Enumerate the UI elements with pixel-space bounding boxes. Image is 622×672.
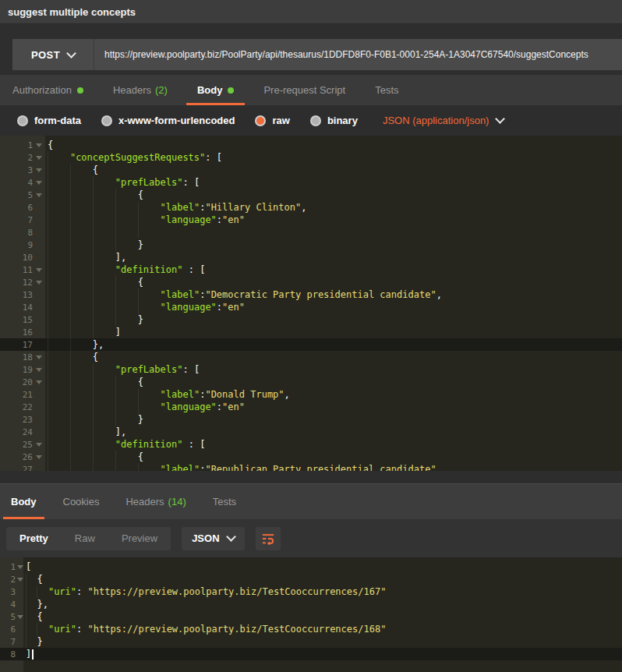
editor-gutter: 19 xyxy=(0,363,45,376)
fold-caret-icon[interactable] xyxy=(36,368,42,372)
content-type-dropdown[interactable]: JSON (application/json) xyxy=(383,115,504,126)
fold-caret-icon[interactable] xyxy=(36,156,42,160)
indent-guides xyxy=(48,463,161,471)
indent-guides xyxy=(48,276,138,288)
view-mode-preview[interactable]: Preview xyxy=(108,527,171,550)
tab-body[interactable]: Body xyxy=(186,75,246,105)
editor-gutter: 24 xyxy=(0,426,45,438)
tab-pre-request-script[interactable]: Pre-request Script xyxy=(253,75,356,105)
indent-guides xyxy=(48,189,138,201)
json-punctuation: , xyxy=(436,289,442,300)
indent-guides xyxy=(48,239,138,251)
code-text: }, xyxy=(45,338,104,351)
fold-caret-icon[interactable] xyxy=(17,615,23,619)
json-key: "prefLabels" xyxy=(115,364,183,375)
code-text: "prefLabels": [ xyxy=(45,363,200,376)
json-punctuation: : [ xyxy=(205,152,222,163)
fold-caret-icon[interactable] xyxy=(36,380,42,384)
body-mode-form-data[interactable]: form-data xyxy=(17,115,81,126)
radio-icon xyxy=(101,115,112,126)
code-line: 26{ xyxy=(0,451,622,463)
tab-cookies[interactable]: Cookies xyxy=(55,484,108,519)
code-text: } xyxy=(45,313,143,326)
url-input[interactable]: https://preview.poolparty.biz/PoolParty/… xyxy=(94,39,622,70)
word-wrap-icon xyxy=(261,532,275,545)
json-string: "en" xyxy=(222,302,245,313)
line-number: 4 xyxy=(10,599,16,610)
code-line: 1[ xyxy=(0,561,622,573)
url-region: POST https://preview.poolparty.biz/PoolP… xyxy=(0,24,622,75)
code-line: 9} xyxy=(0,239,622,251)
tab-count-badge: (14) xyxy=(168,496,186,508)
code-text: { xyxy=(45,451,143,463)
tab-count-badge: (2) xyxy=(155,84,168,96)
request-body-editor[interactable]: 1{2"conceptSuggestRequests": [3{4"prefLa… xyxy=(0,136,622,471)
editor-gutter: 3 xyxy=(0,585,23,598)
response-format-dropdown[interactable]: JSON xyxy=(182,527,244,550)
tab-tests[interactable]: Tests xyxy=(364,75,409,105)
code-text: { xyxy=(23,573,43,585)
fold-caret-icon[interactable] xyxy=(36,268,42,272)
code-text: "label":"Hillary Clinton", xyxy=(45,201,306,214)
json-string: "Donald Trump" xyxy=(205,389,284,400)
body-mode-x-www-form-urlencoded[interactable]: x-www-form-urlencoded xyxy=(101,115,235,126)
method-dropdown[interactable]: POST xyxy=(12,39,94,70)
view-mode-raw[interactable]: Raw xyxy=(62,527,108,550)
line-number: 24 xyxy=(23,427,33,437)
code-text: "definition" : [ xyxy=(45,438,205,451)
text-cursor xyxy=(32,649,34,660)
body-mode-label: x-www-form-urlencoded xyxy=(118,115,235,126)
line-number: 5 xyxy=(27,190,33,200)
fold-caret-icon[interactable] xyxy=(17,565,23,569)
response-body-editor[interactable]: 1[2{3"uri": "https://preview.poolparty.b… xyxy=(0,557,622,672)
line-number: 8 xyxy=(10,649,16,660)
fold-caret-icon[interactable] xyxy=(17,578,23,582)
code-line: 12{ xyxy=(0,276,622,288)
json-string: "Hillary Clinton" xyxy=(205,202,301,213)
json-punctuation: : xyxy=(200,289,205,300)
url-bar: POST https://preview.poolparty.biz/PoolP… xyxy=(12,39,622,70)
fold-caret-icon[interactable] xyxy=(36,181,42,185)
tab-tests[interactable]: Tests xyxy=(205,484,244,519)
fold-caret-icon[interactable] xyxy=(36,455,42,459)
code-text: ], xyxy=(45,251,126,263)
section-divider xyxy=(0,471,622,483)
json-string: "https://preview.poolparty.biz/TestCoocc… xyxy=(87,586,386,597)
fold-caret-icon[interactable] xyxy=(36,168,42,172)
json-punctuation: { xyxy=(138,189,143,200)
body-mode-raw[interactable]: raw xyxy=(255,115,289,126)
indent-guides xyxy=(48,151,70,164)
fold-caret-icon[interactable] xyxy=(36,355,42,359)
editor-gutter: 2 xyxy=(0,573,23,585)
json-punctuation: }, xyxy=(93,339,104,350)
tab-authorization[interactable]: Authorization xyxy=(2,75,94,105)
tab-body[interactable]: Body xyxy=(3,484,44,519)
tab-label: Tests xyxy=(213,496,236,508)
line-number: 20 xyxy=(23,377,33,387)
indent-guides xyxy=(48,338,93,351)
line-number: 26 xyxy=(23,452,33,462)
code-text: ] xyxy=(23,648,34,660)
json-key: "label" xyxy=(161,202,200,213)
json-punctuation: ] xyxy=(26,649,31,660)
tab-label: Body xyxy=(197,84,223,96)
json-key: "label" xyxy=(161,464,200,471)
fold-caret-icon[interactable] xyxy=(36,281,42,285)
fold-caret-icon[interactable] xyxy=(36,443,42,447)
line-number: 2 xyxy=(27,153,33,163)
body-mode-binary[interactable]: binary xyxy=(310,115,358,126)
word-wrap-button[interactable] xyxy=(256,527,281,550)
json-key: "language" xyxy=(161,214,217,225)
indent-guides xyxy=(48,313,138,326)
fold-caret-icon[interactable] xyxy=(36,143,42,147)
editor-gutter: 23 xyxy=(0,413,45,426)
tab-headers[interactable]: Headers(2) xyxy=(102,75,178,105)
view-mode-pretty[interactable]: Pretty xyxy=(6,527,62,550)
line-number: 3 xyxy=(10,587,16,597)
line-number: 14 xyxy=(23,302,33,313)
editor-gutter: 22 xyxy=(0,401,45,413)
fold-caret-icon[interactable] xyxy=(36,193,42,197)
json-punctuation: }, xyxy=(37,599,48,610)
tab-headers[interactable]: Headers(14) xyxy=(118,484,193,519)
code-line: 8 xyxy=(0,226,622,239)
